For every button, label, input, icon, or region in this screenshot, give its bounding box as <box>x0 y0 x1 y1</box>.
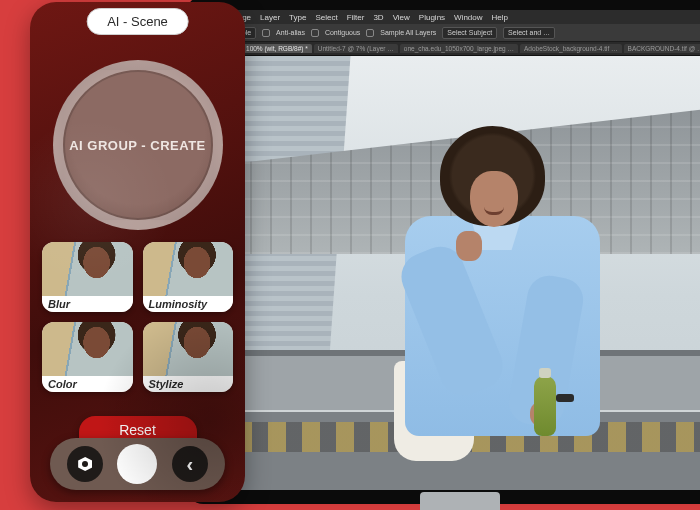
menu-3d[interactable]: 3D <box>373 13 383 22</box>
tile-luminosity[interactable]: Luminosity <box>143 242 234 312</box>
menu-plugins[interactable]: Plugins <box>419 13 445 22</box>
sample-all-checkbox[interactable] <box>366 29 374 37</box>
photoshop-options-bar: Auto Sample Anti-alias Contiguous Sample… <box>200 24 700 42</box>
photo-bottle <box>534 376 556 436</box>
select-subject-button[interactable]: Select Subject <box>442 27 497 39</box>
desktop-monitor: Edit Image Layer Type Select Filter 3D V… <box>200 10 700 490</box>
tab-image-4[interactable]: BACKGROUND-4.tif @ … <box>624 44 700 53</box>
app-title-pill: AI - Scene <box>86 8 189 35</box>
hero-create-label: AI GROUP - CREATE <box>69 138 206 153</box>
tab-image-3[interactable]: AdobeStock_background-4.tif … <box>520 44 622 53</box>
anti-alias-checkbox[interactable] <box>262 29 270 37</box>
reset-button-label: Reset <box>119 422 156 438</box>
photoshop-menubar: Edit Image Layer Type Select Filter 3D V… <box>200 10 700 24</box>
tab-untitled-7[interactable]: Untitled-7 @ 7% (Layer … <box>314 44 398 53</box>
app-title: AI - Scene <box>107 14 168 29</box>
settings-icon <box>78 457 92 471</box>
tile-luminosity-thumb <box>143 242 234 296</box>
phone-frame: AI - Scene AI GROUP - CREATE Blur Lumino… <box>30 2 245 502</box>
anti-alias-label: Anti-alias <box>276 29 305 36</box>
hero-create-button[interactable]: AI GROUP - CREATE <box>53 60 223 230</box>
menu-help[interactable]: Help <box>492 13 508 22</box>
photo-left-hand <box>456 231 482 261</box>
menu-filter[interactable]: Filter <box>347 13 365 22</box>
bottom-dock: ‹ <box>50 438 225 490</box>
sample-all-label: Sample All Layers <box>380 29 436 36</box>
tile-color-thumb <box>42 322 133 376</box>
tile-stylize-label: Stylize <box>143 376 234 392</box>
dock-shutter-button[interactable] <box>117 444 157 484</box>
tab-image-2[interactable]: one_cha.edu_1050x700_large.jpeg … <box>400 44 518 53</box>
tile-color-label: Color <box>42 376 133 392</box>
tile-stylize-thumb <box>143 322 234 376</box>
menu-view[interactable]: View <box>393 13 410 22</box>
canvas-photo <box>200 56 700 490</box>
monitor-stand <box>420 492 500 510</box>
photoshop-canvas[interactable] <box>200 56 700 490</box>
photo-person <box>390 126 610 456</box>
photo-watch <box>556 394 574 402</box>
menu-layer[interactable]: Layer <box>260 13 280 22</box>
dock-settings-button[interactable] <box>67 446 103 482</box>
contiguous-label: Contiguous <box>325 29 360 36</box>
tile-blur[interactable]: Blur <box>42 242 133 312</box>
contiguous-checkbox[interactable] <box>311 29 319 37</box>
chevron-left-icon: ‹ <box>186 453 193 476</box>
menu-type[interactable]: Type <box>289 13 306 22</box>
photoshop-document-tabs: Untitled-1 @ 100% (wit, RGB/8#) * Untitl… <box>200 42 700 56</box>
menu-window[interactable]: Window <box>454 13 482 22</box>
tile-stylize[interactable]: Stylize <box>143 322 234 392</box>
select-and-button[interactable]: Select and … <box>503 27 555 39</box>
photo-smile <box>484 207 504 215</box>
dock-back-button[interactable]: ‹ <box>172 446 208 482</box>
tile-blur-label: Blur <box>42 296 133 312</box>
tile-luminosity-label: Luminosity <box>143 296 234 312</box>
tile-blur-thumb <box>42 242 133 296</box>
effect-tiles: Blur Luminosity Color Stylize <box>42 242 233 392</box>
photo-face <box>470 171 518 227</box>
menu-select[interactable]: Select <box>315 13 337 22</box>
tile-color[interactable]: Color <box>42 322 133 392</box>
